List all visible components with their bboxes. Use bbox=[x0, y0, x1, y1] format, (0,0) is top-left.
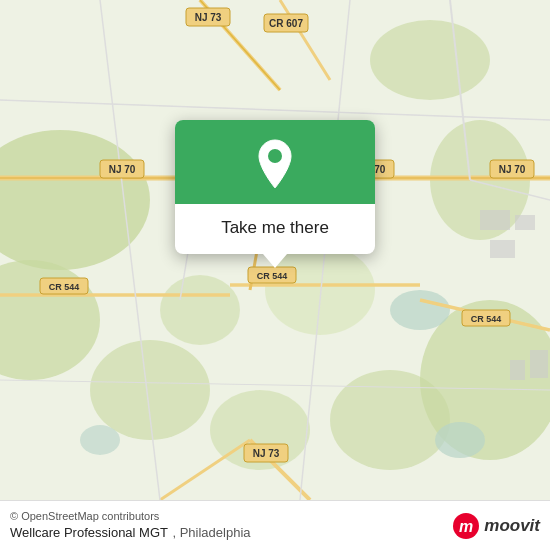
moovit-logo: m moovit bbox=[452, 512, 540, 540]
svg-text:NJ 73: NJ 73 bbox=[195, 12, 222, 23]
svg-text:NJ 73: NJ 73 bbox=[253, 448, 280, 459]
bottom-bar: © OpenStreetMap contributors Wellcare Pr… bbox=[0, 500, 550, 550]
svg-rect-55 bbox=[530, 350, 548, 378]
map-container: NJ 73 CR 607 NJ 70 NJ 70 NJ 70 20 CR 544… bbox=[0, 0, 550, 500]
location-name: Wellcare Professional MGT bbox=[10, 525, 168, 540]
osm-attribution: © OpenStreetMap contributors bbox=[10, 510, 251, 522]
popup-label[interactable]: Take me there bbox=[175, 204, 375, 254]
svg-text:NJ 70: NJ 70 bbox=[109, 164, 136, 175]
location-popup: Take me there bbox=[175, 120, 375, 254]
svg-point-13 bbox=[80, 425, 120, 455]
popup-header bbox=[175, 120, 375, 204]
svg-point-9 bbox=[160, 275, 240, 345]
location-city: , Philadelphia bbox=[172, 525, 250, 540]
svg-text:m: m bbox=[459, 518, 473, 535]
svg-text:CR 544: CR 544 bbox=[471, 314, 502, 324]
svg-rect-52 bbox=[480, 210, 510, 230]
popup-arrow bbox=[263, 254, 287, 268]
moovit-m-icon: m bbox=[452, 512, 480, 540]
svg-text:CR 544: CR 544 bbox=[257, 271, 288, 281]
svg-point-12 bbox=[435, 422, 485, 458]
svg-point-57 bbox=[268, 149, 282, 163]
svg-point-8 bbox=[90, 340, 210, 440]
svg-text:CR 607: CR 607 bbox=[269, 18, 303, 29]
svg-rect-56 bbox=[510, 360, 525, 380]
svg-text:NJ 70: NJ 70 bbox=[499, 164, 526, 175]
svg-point-11 bbox=[390, 290, 450, 330]
svg-point-6 bbox=[330, 370, 450, 470]
svg-rect-53 bbox=[515, 215, 535, 230]
svg-text:CR 544: CR 544 bbox=[49, 282, 80, 292]
take-me-there-button[interactable]: Take me there bbox=[221, 218, 329, 238]
moovit-brand-text: moovit bbox=[484, 516, 540, 536]
svg-point-3 bbox=[370, 20, 490, 100]
svg-rect-54 bbox=[490, 240, 515, 258]
location-pin-icon bbox=[253, 138, 297, 190]
location-label: Wellcare Professional MGT , Philadelphia bbox=[10, 523, 251, 541]
bottom-location-info: © OpenStreetMap contributors Wellcare Pr… bbox=[10, 510, 251, 541]
